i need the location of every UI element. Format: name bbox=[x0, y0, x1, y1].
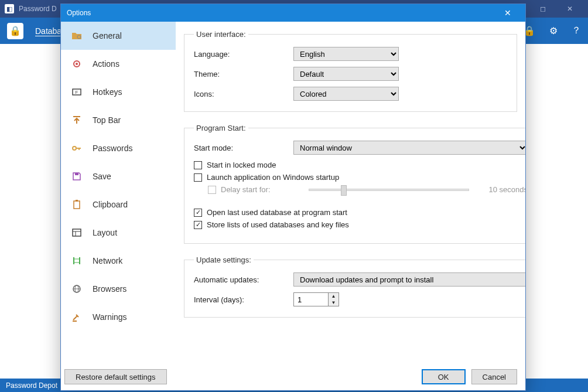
user-interface-group: User interface: Language: English Theme:… bbox=[184, 30, 517, 112]
globe-icon bbox=[71, 284, 82, 294]
sidebar-item-label: Save bbox=[93, 172, 111, 181]
spinner-down[interactable]: ▼ bbox=[329, 299, 339, 306]
icons-label: Icons: bbox=[194, 90, 293, 98]
interval-input[interactable] bbox=[293, 292, 329, 306]
auto-updates-label: Automatic updates: bbox=[194, 275, 293, 284]
delay-value: 10 seconds bbox=[481, 185, 525, 194]
launch-startup-label: Launch application on Windows startup bbox=[207, 173, 339, 182]
help-icon[interactable]: ？ bbox=[572, 25, 581, 37]
dialog-titlebar: Options ✕ bbox=[61, 4, 525, 22]
app-title: Password D bbox=[19, 5, 57, 13]
sidebar-item-clipboard[interactable]: Clipboard bbox=[61, 190, 176, 219]
sidebar-item-warnings[interactable]: Warnings bbox=[61, 303, 176, 331]
theme-select[interactable]: Default bbox=[293, 67, 399, 81]
dialog-close-button[interactable]: ✕ bbox=[496, 4, 519, 22]
group-legend: User interface: bbox=[194, 30, 248, 39]
svg-point-6 bbox=[73, 146, 76, 150]
app-icon: ◧ bbox=[5, 4, 14, 13]
auto-updates-select[interactable]: Download updates and prompt to install bbox=[293, 272, 525, 287]
maximize-button[interactable]: ◻ bbox=[529, 0, 556, 18]
sidebar-item-browsers[interactable]: Browsers bbox=[61, 275, 176, 303]
sidebar-item-topbar[interactable]: Top Bar bbox=[61, 106, 176, 134]
app-logo-icon: 🔒 bbox=[7, 23, 23, 39]
delay-slider bbox=[309, 189, 469, 191]
delay-start-label: Delay start for: bbox=[221, 185, 297, 194]
start-mode-label: Start mode: bbox=[194, 144, 293, 152]
svg-rect-10 bbox=[74, 201, 80, 209]
open-last-db-label: Open last used database at program start bbox=[207, 208, 347, 217]
locked-mode-label: Start in locked mode bbox=[207, 161, 276, 169]
svg-rect-12 bbox=[73, 229, 81, 236]
program-start-group: Program Start: Start mode: Normal window… bbox=[184, 124, 525, 244]
sidebar-item-layout[interactable]: Layout bbox=[61, 219, 176, 247]
svg-rect-9 bbox=[75, 173, 78, 175]
svg-text:F: F bbox=[76, 90, 78, 95]
launch-startup-checkbox[interactable] bbox=[194, 173, 202, 182]
sidebar-item-actions[interactable]: Actions bbox=[61, 50, 176, 78]
delay-start-checkbox bbox=[208, 186, 216, 194]
sidebar-item-label: Layout bbox=[93, 228, 117, 237]
slider-thumb bbox=[341, 185, 347, 196]
open-last-db-checkbox[interactable] bbox=[194, 209, 202, 217]
sidebar-item-network[interactable]: Network bbox=[61, 247, 176, 275]
options-content: User interface: Language: English Theme:… bbox=[176, 22, 525, 367]
store-lists-label: Store lists of used databases and key fi… bbox=[207, 220, 349, 229]
dialog-footer: Restore default settings OK Cancel bbox=[61, 367, 525, 390]
save-icon bbox=[71, 171, 82, 182]
menu-database[interactable]: Databa bbox=[35, 26, 61, 36]
key-icon bbox=[71, 143, 82, 154]
close-button[interactable]: ✕ bbox=[556, 0, 583, 18]
update-settings-group: Update settings: Automatic updates: Down… bbox=[184, 255, 525, 318]
sidebar-item-label: General bbox=[93, 31, 122, 40]
statusbar-text: Password Depot bbox=[6, 381, 57, 390]
sidebar-item-label: Hotkeys bbox=[93, 87, 122, 97]
layout-icon bbox=[71, 227, 82, 238]
clipboard-icon bbox=[71, 199, 82, 210]
sidebar-item-label: Actions bbox=[93, 59, 119, 69]
group-legend: Program Start: bbox=[194, 124, 248, 132]
language-label: Language: bbox=[194, 50, 293, 59]
gear-icon bbox=[71, 59, 82, 69]
options-sidebar: General Actions F Hotkeys Top Bar Passwo… bbox=[61, 22, 176, 367]
locked-mode-checkbox[interactable] bbox=[194, 161, 202, 169]
sidebar-item-label: Clipboard bbox=[93, 200, 128, 209]
language-select[interactable]: English bbox=[293, 47, 399, 61]
sidebar-item-label: Passwords bbox=[93, 144, 132, 153]
sidebar-item-hotkeys[interactable]: F Hotkeys bbox=[61, 78, 176, 106]
sidebar-item-passwords[interactable]: Passwords bbox=[61, 134, 176, 162]
restore-defaults-button[interactable]: Restore default settings bbox=[64, 369, 167, 384]
store-lists-checkbox[interactable] bbox=[194, 221, 202, 229]
dialog-title: Options bbox=[67, 9, 91, 17]
network-icon bbox=[71, 255, 82, 266]
sidebar-item-save[interactable]: Save bbox=[61, 162, 176, 190]
sidebar-item-label: Top Bar bbox=[93, 115, 121, 125]
theme-label: Theme: bbox=[194, 70, 293, 79]
sidebar-item-label: Network bbox=[93, 256, 122, 265]
sidebar-item-label: Warnings bbox=[93, 312, 127, 322]
folder-gear-icon bbox=[71, 30, 82, 41]
icons-select[interactable]: Colored bbox=[293, 87, 399, 101]
options-dialog: Options ✕ General Actions F Hotkeys Top … bbox=[60, 4, 526, 391]
arrow-up-icon bbox=[71, 115, 82, 125]
svg-rect-11 bbox=[76, 200, 78, 202]
cancel-button[interactable]: Cancel bbox=[471, 369, 517, 384]
spinner-up[interactable]: ▲ bbox=[329, 293, 339, 299]
sidebar-item-label: Browsers bbox=[93, 284, 127, 294]
gear-icon[interactable]: ⚙ bbox=[549, 25, 558, 36]
group-legend: Update settings: bbox=[194, 255, 254, 264]
gavel-icon bbox=[71, 312, 82, 322]
keyboard-icon: F bbox=[71, 87, 82, 97]
start-mode-select[interactable]: Normal window bbox=[293, 141, 525, 155]
sidebar-item-general[interactable]: General bbox=[61, 22, 176, 50]
interval-label: Interval (days): bbox=[194, 295, 293, 304]
svg-point-2 bbox=[76, 63, 78, 65]
ok-button[interactable]: OK bbox=[422, 369, 466, 384]
interval-spinner[interactable]: ▲▼ bbox=[293, 292, 339, 306]
